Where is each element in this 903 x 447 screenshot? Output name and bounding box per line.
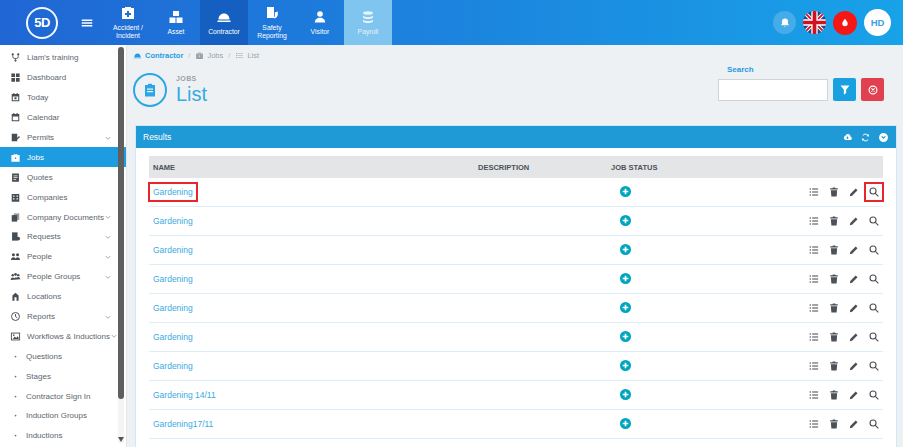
job-status-open-button[interactable] [619, 388, 632, 401]
delete-button[interactable] [828, 215, 840, 227]
sidebar-item-today[interactable]: Today [0, 88, 126, 108]
view-button[interactable] [868, 418, 880, 430]
nav-tab-safety-reporting[interactable]: Safety Reporting [248, 0, 296, 45]
alerts-button[interactable] [833, 11, 857, 35]
job-name-link[interactable]: Gardening [153, 187, 193, 197]
clear-search-button[interactable] [861, 78, 884, 101]
delete-button[interactable] [828, 244, 840, 256]
nav-tab-payroll[interactable]: Payroll [344, 0, 392, 45]
details-button[interactable] [808, 389, 820, 401]
sidebar-item-contractor-sign-in[interactable]: Contractor Sign In [0, 386, 126, 406]
column-header-description[interactable]: DESCRIPTION [474, 163, 607, 172]
nav-tab-asset[interactable]: Asset [152, 0, 200, 45]
job-status-open-button[interactable] [619, 330, 632, 343]
job-name-link[interactable]: Gardening [153, 361, 193, 371]
view-button[interactable] [868, 389, 880, 401]
job-name-link[interactable]: Gardening 14/11 [153, 390, 216, 400]
delete-button[interactable] [828, 302, 840, 314]
details-button[interactable] [808, 244, 820, 256]
search-input[interactable] [718, 79, 828, 101]
download-button[interactable] [842, 132, 853, 143]
job-name-link[interactable]: Gardening [153, 245, 193, 255]
details-button[interactable] [808, 215, 820, 227]
edit-button[interactable] [848, 360, 860, 372]
nav-tab-accident-incident[interactable]: Accident / Incident [104, 0, 152, 45]
breadcrumb-item-list[interactable]: List [235, 51, 259, 60]
view-button[interactable] [868, 302, 880, 314]
notifications-button[interactable] [773, 11, 796, 34]
details-button[interactable] [808, 302, 820, 314]
sidebar-item-locations[interactable]: Locations [0, 287, 126, 307]
sidebar-item-quotes[interactable]: Quotes [0, 167, 126, 187]
details-button[interactable] [808, 186, 820, 198]
edit-button[interactable] [848, 215, 860, 227]
sidebar-item-companies[interactable]: Companies [0, 187, 126, 207]
sidebar-item-calendar[interactable]: Calendar [0, 108, 126, 128]
column-header-name[interactable]: NAME [149, 163, 474, 172]
delete-button[interactable] [828, 389, 840, 401]
edit-button[interactable] [848, 244, 860, 256]
sidebar-item-liam-s-training[interactable]: Liam's training [0, 48, 126, 68]
job-status-open-button[interactable] [619, 272, 632, 285]
view-button[interactable] [868, 186, 880, 198]
delete-button[interactable] [828, 360, 840, 372]
column-header-job-status[interactable]: JOB STATUS [607, 163, 767, 172]
details-button[interactable] [808, 360, 820, 372]
sidebar-item-inductions[interactable]: Inductions [0, 426, 126, 446]
collapse-button[interactable] [878, 132, 889, 143]
scrollbar-thumb[interactable] [118, 47, 124, 399]
edit-button[interactable] [848, 302, 860, 314]
delete-button[interactable] [828, 331, 840, 343]
menu-toggle-button[interactable] [80, 16, 94, 30]
job-name-link[interactable]: Gardening [153, 332, 193, 342]
sidebar-item-stages[interactable]: Stages [0, 366, 126, 386]
sidebar-item-people[interactable]: People [0, 247, 126, 267]
delete-button[interactable] [828, 186, 840, 198]
sidebar-item-dashboard[interactable]: Dashboard [0, 68, 126, 88]
job-name-link[interactable]: Gardening [153, 274, 193, 284]
details-button[interactable] [808, 273, 820, 285]
job-status-open-button[interactable] [619, 214, 632, 227]
edit-button[interactable] [848, 331, 860, 343]
edit-button[interactable] [848, 389, 860, 401]
filter-button[interactable] [833, 78, 856, 101]
view-button[interactable] [868, 360, 880, 372]
edit-button[interactable] [848, 418, 860, 430]
delete-button[interactable] [828, 418, 840, 430]
edit-button[interactable] [848, 186, 860, 198]
job-name-link[interactable]: Gardening [153, 216, 193, 226]
nav-tab-contractor[interactable]: Contractor [200, 0, 248, 45]
sidebar-item-questions[interactable]: Questions [0, 346, 126, 366]
job-status-open-button[interactable] [619, 185, 632, 198]
sidebar-item-permits[interactable]: Permits [0, 128, 126, 148]
sidebar-item-reports[interactable]: Reports [0, 307, 126, 327]
sidebar-item-induction-groups[interactable]: Induction Groups [0, 406, 126, 426]
job-status-open-button[interactable] [619, 359, 632, 372]
sidebar-item-people-groups[interactable]: People Groups [0, 267, 126, 287]
sidebar-item-requests[interactable]: Requests [0, 227, 126, 247]
scrollbar-down-arrow[interactable] [118, 437, 124, 442]
sidebar-item-workflows-inductions[interactable]: Workflows & Inductions [0, 326, 126, 346]
view-button[interactable] [868, 244, 880, 256]
job-name-link[interactable]: Gardening [153, 303, 193, 313]
view-button[interactable] [868, 331, 880, 343]
refresh-button[interactable] [860, 132, 871, 143]
job-name-link[interactable]: Gardening17/11 [153, 419, 213, 429]
details-button[interactable] [808, 331, 820, 343]
nav-tab-visitor[interactable]: Visitor [296, 0, 344, 45]
view-button[interactable] [868, 215, 880, 227]
breadcrumb-item-jobs[interactable]: Jobs [195, 51, 223, 60]
language-button[interactable] [803, 11, 826, 34]
job-status-open-button[interactable] [619, 243, 632, 256]
sidebar-item-jobs[interactable]: Jobs [0, 147, 126, 167]
delete-button[interactable] [828, 273, 840, 285]
sidebar-scrollbar[interactable] [118, 47, 124, 443]
details-button[interactable] [808, 418, 820, 430]
sidebar-item-company-documents[interactable]: Company Documents [0, 207, 126, 227]
job-status-open-button[interactable] [619, 301, 632, 314]
user-avatar[interactable]: HD [864, 9, 891, 36]
app-logo[interactable]: 5D [26, 7, 58, 39]
view-button[interactable] [868, 273, 880, 285]
job-status-open-button[interactable] [619, 417, 632, 430]
edit-button[interactable] [848, 273, 860, 285]
